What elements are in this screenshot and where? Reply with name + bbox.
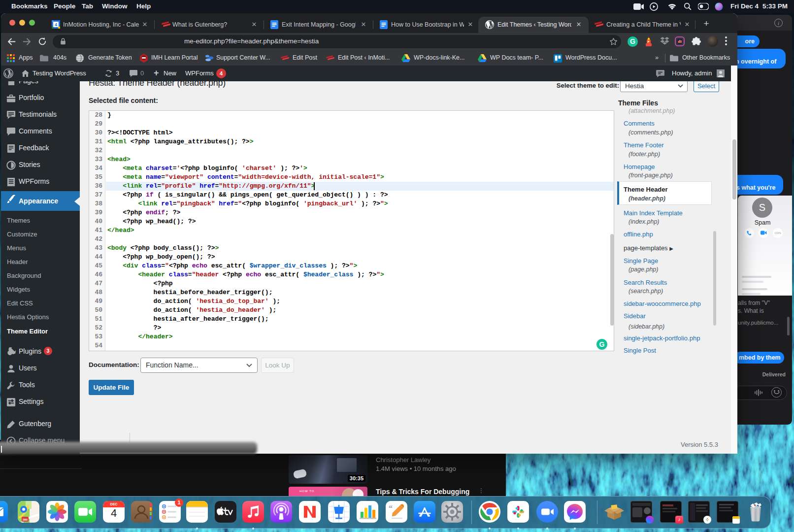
svg-text:4: 4 [55,22,57,27]
svg-text:“: “ [389,504,393,512]
svg-text:280: 280 [23,518,28,521]
